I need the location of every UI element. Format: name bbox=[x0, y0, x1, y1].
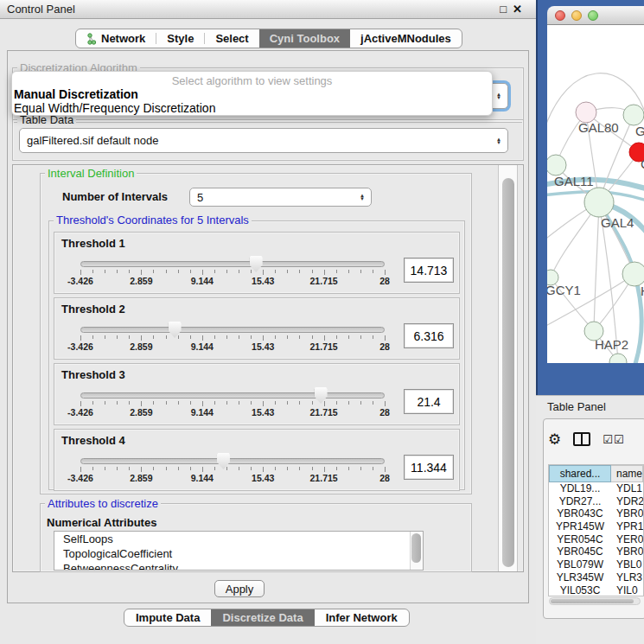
tick-label: -3.426 bbox=[67, 341, 93, 352]
tick-mark bbox=[117, 467, 118, 470]
threshold-slider-track[interactable] bbox=[80, 458, 385, 464]
threshold-value-field[interactable]: 21.4 bbox=[404, 389, 454, 414]
settings-vertical-scrollbar[interactable] bbox=[498, 165, 518, 571]
table-row[interactable]: YDR27...YDR2 bbox=[549, 495, 643, 508]
tick-label: 15.43 bbox=[252, 407, 274, 418]
attribute-list-item[interactable]: BetweennessCentrality bbox=[54, 561, 423, 571]
scrollbar-thumb[interactable] bbox=[551, 599, 634, 603]
number-of-intervals-value: 5 bbox=[197, 191, 203, 204]
network-node[interactable] bbox=[584, 188, 614, 217]
threshold-value-field[interactable]: 14.713 bbox=[404, 258, 454, 283]
node-attribute-table: shared... name YDL19...YDL1YDR27...YDR2Y… bbox=[548, 464, 644, 596]
tick-mark bbox=[141, 467, 142, 472]
tab-style[interactable]: Style bbox=[156, 29, 204, 48]
tick-label: 21.715 bbox=[310, 407, 338, 418]
zoom-traffic-icon[interactable] bbox=[588, 10, 598, 21]
tick-label: 21.715 bbox=[310, 276, 338, 286]
tick-mark bbox=[117, 270, 118, 273]
cell-name: YER0 bbox=[611, 533, 643, 546]
control-panel-titlebar: Control Panel □ ✕ bbox=[0, 0, 536, 19]
tick-mark bbox=[190, 270, 191, 273]
node-label: GAL80 bbox=[578, 120, 619, 135]
tab-cyni-toolbox[interactable]: Cyni Toolbox bbox=[259, 29, 350, 48]
tick-mark bbox=[373, 467, 373, 470]
tick-mark bbox=[251, 467, 252, 470]
cell-shared-name: YIL053C bbox=[549, 584, 611, 597]
tick-mark bbox=[385, 401, 386, 406]
number-of-intervals-label: Number of Intervals bbox=[62, 190, 168, 203]
tick-mark bbox=[239, 467, 239, 470]
tick-mark bbox=[92, 335, 93, 339]
table-row[interactable]: YER054CYER0 bbox=[549, 533, 643, 546]
threshold-value-field[interactable]: 6.316 bbox=[404, 323, 454, 348]
minimize-traffic-icon[interactable] bbox=[571, 10, 582, 21]
tick-mark bbox=[129, 401, 130, 405]
table-row[interactable]: YLR345WYLR3 bbox=[549, 571, 643, 584]
table-row[interactable]: YPR145WYPR1 bbox=[549, 520, 643, 533]
tick-mark bbox=[251, 401, 252, 405]
scrollbar-thumb[interactable] bbox=[411, 533, 421, 563]
tick-label: 28 bbox=[379, 276, 390, 286]
columns-icon[interactable] bbox=[573, 432, 590, 446]
tick-label: 15.43 bbox=[252, 276, 274, 286]
tab-discretize-data[interactable]: Discretize Data bbox=[211, 609, 314, 626]
tab-jactivemnodules[interactable]: jActiveMNodules bbox=[350, 29, 462, 48]
table-horizontal-scrollbar[interactable] bbox=[549, 597, 641, 605]
tab-impute-data[interactable]: Impute Data bbox=[124, 609, 211, 626]
table-row[interactable]: YDL19...YDL1 bbox=[549, 482, 643, 495]
apply-button[interactable]: Apply bbox=[214, 580, 265, 597]
tick-mark bbox=[141, 270, 142, 275]
tab-network[interactable]: Network bbox=[76, 29, 156, 48]
column-header-name[interactable]: name bbox=[611, 465, 643, 482]
table-row[interactable]: YBR043CYBR0 bbox=[549, 507, 643, 520]
dropdown-option-manual-discretization[interactable]: Manual Discretization bbox=[12, 87, 492, 101]
attributes-list-scrollbar[interactable] bbox=[410, 532, 423, 570]
dropdown-option-equal-width[interactable]: Equal Width/Frequency Discretization bbox=[12, 101, 492, 115]
table-row[interactable]: YIL053CYIL0 bbox=[549, 584, 643, 597]
numerical-attributes-list[interactable]: SelfLoopsTopologicalCoefficientBetweenne… bbox=[54, 531, 424, 571]
threshold-slider-track[interactable] bbox=[80, 392, 385, 399]
close-traffic-icon[interactable] bbox=[555, 10, 565, 21]
threshold-value-field[interactable]: 11.344 bbox=[404, 455, 454, 480]
algorithm-dropdown-popup: Select algorithm to view settings Manual… bbox=[11, 71, 493, 116]
threshold-slider-track[interactable] bbox=[80, 261, 385, 267]
network-canvas[interactable]: GAL80GACGAL11GAL4GCY1HHAP2 bbox=[547, 25, 644, 363]
column-header-shared-name[interactable]: shared... bbox=[549, 465, 611, 482]
tick-mark bbox=[299, 467, 300, 470]
tab-select[interactable]: Select bbox=[205, 29, 258, 48]
table-row[interactable]: YBL079WYBL0 bbox=[549, 558, 643, 571]
table-data-combobox[interactable]: galFiltered.sif default node ▲▼ bbox=[19, 128, 508, 153]
number-of-intervals-combobox[interactable]: 5 ▲▼ bbox=[189, 188, 372, 207]
threshold-name: Threshold 2 bbox=[61, 303, 125, 316]
tab-jactivemnodules-label: jActiveMNodules bbox=[360, 32, 451, 45]
float-window-icon[interactable]: □ bbox=[500, 3, 507, 16]
cell-name: YIL0 bbox=[611, 584, 643, 597]
network-node[interactable] bbox=[547, 155, 566, 175]
close-window-icon[interactable]: ✕ bbox=[513, 3, 522, 16]
tick-label: 21.715 bbox=[310, 341, 338, 352]
threshold-slider-track[interactable] bbox=[80, 327, 385, 333]
network-node[interactable] bbox=[623, 105, 644, 125]
select-checkboxes-icon[interactable]: ☑☑ bbox=[603, 433, 624, 446]
tab-infer-network[interactable]: Infer Network bbox=[315, 609, 409, 626]
tick-mark bbox=[324, 467, 325, 472]
network-node[interactable] bbox=[609, 354, 627, 363]
tick-label: 2.859 bbox=[130, 473, 152, 483]
cell-shared-name: YDL19... bbox=[549, 482, 611, 495]
network-node[interactable] bbox=[622, 262, 644, 286]
cell-shared-name: YBR043C bbox=[549, 507, 611, 520]
tick-label: 9.144 bbox=[191, 341, 214, 352]
attribute-list-item[interactable]: SelfLoops bbox=[54, 532, 423, 546]
tab-discretize-data-label: Discretize Data bbox=[222, 611, 303, 624]
tick-mark bbox=[226, 401, 227, 405]
network-window-titlebar[interactable] bbox=[547, 6, 644, 25]
tick-mark bbox=[287, 335, 288, 339]
gear-icon[interactable]: ⚙ bbox=[548, 430, 561, 448]
network-edge[interactable] bbox=[594, 202, 599, 331]
table-row[interactable]: YBR045CYBR0 bbox=[549, 545, 643, 558]
threshold-panel: Threshold 1-3.4262.8599.14415.4321.71528… bbox=[54, 232, 460, 294]
attribute-list-item[interactable]: TopologicalCoefficient bbox=[54, 546, 423, 561]
scrollbar-thumb[interactable] bbox=[502, 178, 514, 567]
tick-mark bbox=[80, 401, 81, 406]
tick-label: 2.859 bbox=[130, 407, 152, 418]
